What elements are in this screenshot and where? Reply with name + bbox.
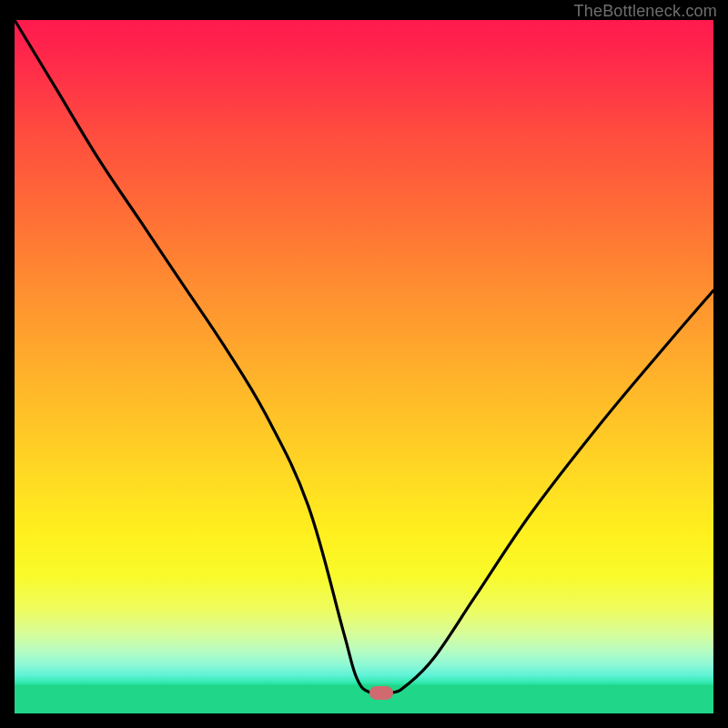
optimal-point-marker [369,686,393,700]
chart-frame: TheBottleneck.com [0,0,728,728]
attribution-label: TheBottleneck.com [574,2,717,21]
plot-area [15,20,713,713]
bottleneck-curve [15,20,713,713]
